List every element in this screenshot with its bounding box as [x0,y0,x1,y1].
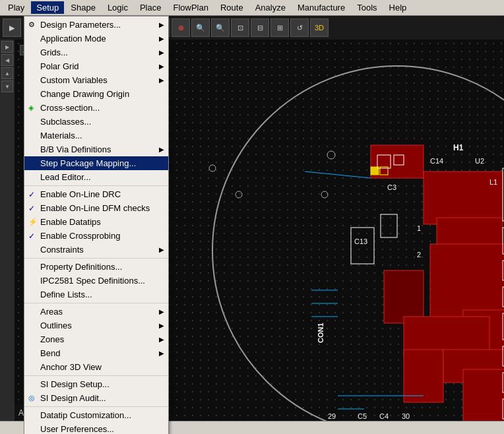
toolbar-zoom-fit[interactable]: ⊡ [231,18,249,37]
svg-point-17 [236,191,242,198]
menu-cross-section[interactable]: ◈ Cross-section... [24,101,168,115]
menu-play[interactable]: Play [3,1,30,14]
menu-route[interactable]: Route [215,1,249,14]
svg-rect-10 [463,369,504,429]
menu-constraints[interactable]: Constraints ▶ [24,243,168,257]
arrow-icon-3: ▶ [159,49,164,56]
menu-design-parameters[interactable]: ⚙ Design Parameters... ▶ [24,18,168,32]
check-icon-drc: ✓ [28,190,35,199]
svg-rect-13 [381,214,397,237]
sidebar-btn-3[interactable]: ▲ [1,67,13,79]
svg-text:C5: C5 [358,412,367,420]
svg-point-15 [327,151,335,159]
menu-property-definitions[interactable]: Property Definitions... [24,260,168,274]
svg-text:29: 29 [328,412,336,420]
toolbar-zoom-area[interactable]: ⊞ [270,18,289,37]
toolbar-zoom-in[interactable]: 🔍 [191,18,210,37]
menu-custom-variables[interactable]: Custom Variables ▶ [24,73,168,87]
menu-enable-online-dfm[interactable]: ✓ Enable On-Line DFM checks [24,201,168,215]
check-icon-dfm: ✓ [28,204,35,213]
menu-define-lists[interactable]: Define Lists... [24,288,168,301]
setup-dropdown-menu: ⚙ Design Parameters... ▶ Application Mod… [24,16,169,434]
svg-point-16 [209,165,216,171]
svg-rect-6 [384,270,424,323]
separator-5 [24,406,168,407]
menu-enable-online-drc[interactable]: ✓ Enable On-Line DRC [24,187,168,201]
svg-text:C4: C4 [379,412,389,420]
menu-change-drawing-origin[interactable]: Change Drawing Origin [24,87,168,101]
toolbar-3d[interactable]: 3D [310,18,329,37]
menu-user-preferences[interactable]: User Preferences... [24,422,168,434]
separator-2 [24,258,168,259]
svg-text:C3: C3 [387,183,396,191]
arrow-icon-11: ▶ [159,350,164,357]
menu-step-package-mapping[interactable]: Step Package Mapping... [24,156,168,170]
menu-analyze[interactable]: Analyze [250,1,291,14]
menu-polar-grid[interactable]: Polar Grid ▶ [24,59,168,73]
menu-si-design-setup[interactable]: SI Design Setup... [24,377,168,391]
cross-section-icon: ◈ [28,104,34,112]
menu-anchor-3d-view[interactable]: Anchor 3D View [24,360,168,374]
arrow-icon-2: ▶ [159,35,164,42]
toolbar-btn-9[interactable]: ⊗ [172,18,190,37]
si-icon: ◎ [28,394,35,402]
menu-place[interactable]: Place [135,1,167,14]
menu-bar: Play Setup Shape Logic Place FlowPlan Ro… [0,0,504,16]
menu-bend[interactable]: Bend ▶ [24,346,168,360]
svg-point-18 [321,191,328,198]
left-sidebar: ▶ ◀ ▲ ▼ [0,40,15,434]
menu-manufacture[interactable]: Manufacture [292,1,350,14]
svg-text:CON1: CON1 [317,323,325,343]
toolbar-refresh[interactable]: ↺ [290,18,309,37]
svg-text:U2: U2 [475,157,484,165]
menu-datatip-customization[interactable]: Datatip Customization... [24,408,168,422]
svg-text:2: 2 [417,251,421,259]
menu-enable-crossprobing[interactable]: ✓ Enable Crossprobing [24,229,168,243]
toolbar-zoom-out[interactable]: 🔍 [211,18,230,37]
menu-materials[interactable]: Materials... [24,129,168,142]
arrow-icon: ▶ [159,21,164,28]
menu-application-mode[interactable]: Application Mode ▶ [24,32,168,46]
menu-tools[interactable]: Tools [352,1,382,14]
check-icon-cross: ✓ [28,232,35,241]
menu-enable-datatips[interactable]: ⚡ Enable Datatips [24,215,168,229]
menu-zones[interactable]: Zones ▶ [24,332,168,346]
sidebar-btn-1[interactable]: ▶ [1,41,13,53]
separator-1 [24,185,168,186]
svg-text:30: 30 [402,412,410,420]
dropdown-overlay: ⚙ Design Parameters... ▶ Application Mod… [24,16,169,434]
menu-si-design-audit[interactable]: ◎ SI Design Audit... [24,391,168,405]
svg-text:1: 1 [417,224,421,232]
menu-areas[interactable]: Areas ▶ [24,305,168,319]
arrow-icon-5: ▶ [159,77,164,84]
menu-grids[interactable]: Grids... ▶ [24,46,168,59]
arrow-icon-8: ▶ [159,308,164,315]
arrow-icon-6: ▶ [159,146,164,153]
svg-rect-14 [351,228,374,264]
menu-lead-editor[interactable]: Lead Editor... [24,170,168,184]
svg-line-19 [305,171,371,178]
svg-text:C13: C13 [354,237,367,245]
menu-flowplan[interactable]: FlowPlan [168,1,213,14]
arrow-icon-9: ▶ [159,322,164,329]
menu-subclasses[interactable]: Subclasses... [24,115,168,129]
svg-text:H1: H1 [453,143,464,152]
separator-3 [24,303,168,303]
svg-text:C14: C14 [430,157,443,165]
menu-setup[interactable]: Setup [31,1,64,14]
menu-bb-via-definitions[interactable]: B/B Via Definitions ▶ [24,142,168,156]
arrow-icon-10: ▶ [159,336,164,343]
toolbar-zoom-sel[interactable]: ⊟ [251,18,269,37]
menu-outlines[interactable]: Outlines ▶ [24,319,168,332]
menu-shape[interactable]: Shape [65,1,101,14]
menu-help[interactable]: Help [384,1,412,14]
separator-4 [24,375,168,376]
sidebar-btn-2[interactable]: ◀ [1,54,13,66]
svg-text:L1: L1 [489,178,497,186]
toolbar-btn-1[interactable]: ▶ [3,18,21,37]
menu-logic[interactable]: Logic [102,1,133,14]
arrow-icon-7: ▶ [159,246,164,253]
sidebar-btn-4[interactable]: ▼ [1,80,13,92]
menu-ipc2581[interactable]: IPC2581 Spec Definitions... [24,274,168,288]
svg-rect-23 [371,167,379,175]
